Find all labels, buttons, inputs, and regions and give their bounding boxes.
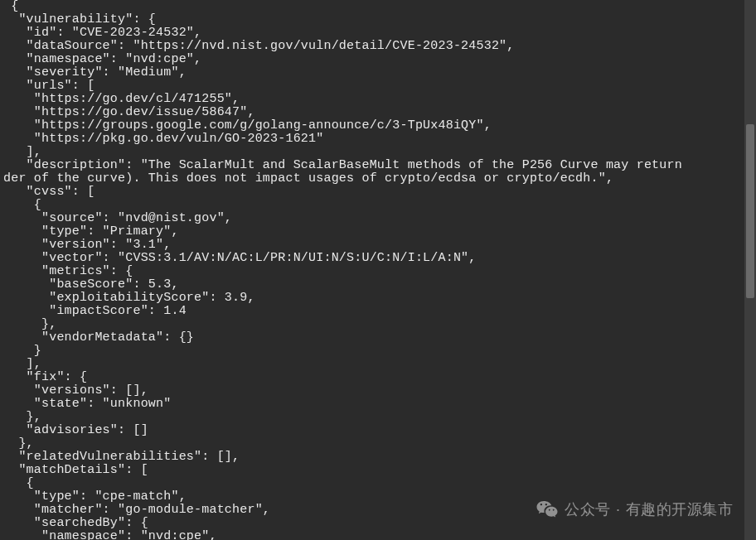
watermark-prefix: 公众号 [565,503,611,516]
wechat-watermark: 公众号 · 有趣的开源集市 [536,499,733,520]
vertical-scrollbar-thumb[interactable] [746,124,754,298]
terminal-json-output[interactable]: { "vulnerability": { "id": "CVE-2023-245… [0,0,756,540]
vertical-scrollbar-track[interactable] [744,0,756,540]
watermark-separator: · [616,503,621,516]
watermark-name: 有趣的开源集市 [626,503,734,516]
wechat-icon [536,499,558,520]
